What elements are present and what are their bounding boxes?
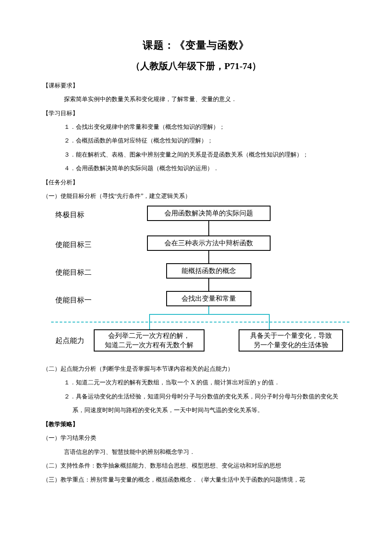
title-sub: （人教版八年级下册，P71-74） [43,60,349,73]
diagram-box-top: 会用函数解决简单的实际问题 [147,206,271,221]
mubiao-item-1: １．会找出变化规律中的常量和变量（概念性知识的理解）； [43,122,349,133]
diagram-label-g2: 使能目标二 [55,267,92,277]
document-page: 课题：《变量与函数》 （人教版八年级下册，P71-74） 【课标要求】 探索简单… [0,0,392,555]
diagram-box-start-left: 会列举二元一次方程的解， 知道二元一次方程有无数个解 [94,329,205,352]
diagram-branch [208,306,209,314]
heading-kebiao: 【课标要求】 [43,82,349,90]
strategy-sub1-text: 言语信息的学习、智慧技能中的辨别和概念学习． [43,447,349,458]
diagram-dashed-separator [51,322,349,323]
diagram-connector [208,251,209,263]
diagram-box-g1: 会找出变量和常量 [166,291,251,306]
mubiao-item-4: ４．会用函数解决简单的实际问题（概念性知识的运用）． [43,163,349,174]
diagram-box-g2: 能概括函数的概念 [166,263,251,279]
mubiao-item-2: ２．会概括函数的单值对应特征（概念性知识的理解）； [43,135,349,147]
diagram-label-g3: 使能目标三 [55,240,92,250]
heading-strategy: 【教学策略】 [43,421,349,428]
task-sub2-item-2b: 系，同速度时时间与路程的变化关系，一天中时间与气温的变化关系等。 [43,405,349,416]
strategy-sub1: （一）学习结果分类 [43,433,349,444]
task-sub1: （一）使能目标分析（寻找“先行条件”，建立逻辑关系） [43,191,349,202]
diagram-connector [208,279,209,291]
diagram-label-top: 终极目标 [55,210,84,220]
diagram-connector [208,221,209,235]
kebiao-text: 探索简单实例中的数量关系和变化规律，了解常量、变量的意义． [43,94,349,105]
diagram-box-g3: 会在三种表示方法中辩析函数 [147,235,271,251]
diagram-branch [149,314,270,315]
title-main: 课题：《变量与函数》 [43,38,349,52]
heading-mubiao: 【学习目标】 [43,110,349,117]
strategy-sub3: （三）教学重点：辨别常量与变量的概念，概括函数概念．（举大量生活中关于函数的问题… [43,474,349,486]
diagram-box-start-right: 具备关于一个量变化，导致 另一个量变化的生活体验 [239,329,343,352]
heading-task: 【任务分析】 [43,179,349,186]
strategy-sub2: （二）支持性条件：数学抽象概括能力、数形结合思想、模型思想、变化运动和对应的思想 [43,460,349,472]
mubiao-item-3: ３．能在解析式、表格、图象中辨别变量之间的关系是否是函数关系（概念性知识的理解）… [43,149,349,161]
diagram-label-g1: 使能目标一 [55,295,92,305]
goal-hierarchy-diagram: 终极目标 使能目标三 使能目标二 使能目标一 起点能力 会用函数解决简单的实际问… [43,206,349,359]
task-sub2: （二）起点能力分析（判断学生是否掌握与本节课内容相关的起点能力） [43,363,349,375]
diagram-label-start: 起点能力 [55,336,84,346]
task-sub2-item-2: ２．具备运动变化的生活经验，知道同分母时分子与分数值的变化关系，同分子时分母与分… [43,391,349,403]
task-sub2-item-1: １．知道二元一次方程的解有无数组，当取一个 X 的值，能计算出对应的 y 的值． [43,377,349,389]
